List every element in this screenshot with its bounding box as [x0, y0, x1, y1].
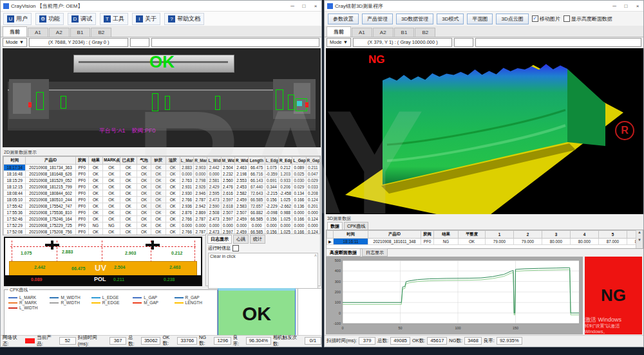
table-cell: OK — [88, 197, 102, 203]
mode-aux-box — [130, 38, 149, 47]
measure-value: 0.211 — [113, 277, 124, 282]
table-cell: 0.000 — [306, 223, 319, 229]
menu-item-about[interactable]: i关于 — [132, 13, 160, 25]
mode-dropdown[interactable]: Mode ▼ — [327, 38, 351, 47]
runtime-info-checkbox[interactable] — [232, 245, 239, 251]
table-row[interactable]: ▶18:16:1120210908_181611_348PF0NGOK79.00… — [327, 239, 637, 245]
log-tab-0[interactable]: 日志显示 — [207, 235, 232, 244]
roi-rect — [152, 93, 158, 111]
table-scrollbar[interactable]: ▲▼ — [636, 230, 643, 248]
table-cell: OK — [137, 203, 151, 210]
measure-value: 2.463 — [169, 265, 181, 269]
table-cell: 0.124 — [306, 197, 319, 203]
menu-label: 调试 — [80, 15, 92, 23]
roi-rect — [276, 89, 283, 110]
table-cell: 0.000 — [265, 223, 278, 229]
tab-B1[interactable]: B1 — [70, 28, 91, 37]
table-cell: 0.000 — [292, 223, 306, 229]
table-cell: 18:16:48 — [4, 171, 26, 178]
maximize-button[interactable]: □ — [620, 3, 632, 9]
height-map-3d-view[interactable]: NG — [326, 48, 643, 214]
maximize-button[interactable]: □ — [298, 3, 310, 9]
tab-B2[interactable]: B2 — [91, 28, 111, 37]
table-row[interactable]: 17:52:2920210908_175229_725PF0NGNGOKOKOK… — [4, 223, 320, 229]
tab-B2[interactable]: B2 — [415, 28, 435, 37]
chart-tab-0[interactable]: 高度断面数据 — [326, 248, 361, 257]
svg-text:0: 0 — [339, 311, 341, 315]
table-cell: 2.429 — [207, 184, 221, 190]
table-row[interactable]: 18:12:1520210908_181215_799PF0OKOKOKOKOK… — [4, 184, 320, 190]
chart-tab-1[interactable]: 日志显示 — [362, 248, 388, 257]
table-cell: 2.942 — [194, 203, 207, 210]
runtime-info-label: 运行时信息 — [208, 245, 231, 251]
table-cell: OK — [166, 223, 180, 229]
minimize-button[interactable]: ─ — [287, 3, 298, 9]
measure-table-2d[interactable]: 时间产品ID胶阀结果MARK点已点胶气泡缺胶溢胶L_MarkR_MarkL_Wi… — [3, 156, 321, 235]
log-output[interactable]: Clear in click ˄ — [208, 253, 318, 289]
log-tab-2[interactable]: 统计 — [250, 235, 265, 244]
table-row[interactable]: 17:55:3620210908_175536_810PF0OKOKOKOKOK… — [4, 210, 320, 216]
toolbar-checkbox-1[interactable]: 显示高度断面数据 — [564, 15, 612, 23]
chevron-down-icon: ▼ — [19, 39, 24, 45]
table-row[interactable]: 18:05:1020210908_180510_244PF0OKOKOKOKOK… — [4, 197, 320, 203]
result-overlay-ng: NG — [368, 53, 385, 66]
toolbar-button-0[interactable]: 参数设置 — [328, 14, 359, 24]
tab-A1[interactable]: A1 — [28, 28, 48, 37]
measure-table-3d[interactable]: 时间产品ID胶阀结果平整度12345678▶18:16:1120210908_1… — [326, 230, 643, 249]
table-cell: 2.553 — [235, 178, 249, 184]
tab-B1[interactable]: B1 — [394, 28, 415, 37]
table-cell: 2.936 — [180, 203, 193, 210]
legend-item-R_GAP: R_GAP — [175, 295, 214, 300]
menu-item-user[interactable]: U用户 — [3, 13, 32, 25]
table-cell: 2.798 — [194, 178, 207, 184]
table-cell: 20210908_181648_626 — [26, 171, 75, 178]
tab-A2[interactable]: A2 — [49, 28, 70, 37]
menu-item-tools[interactable]: T工具 — [100, 13, 128, 25]
table-row[interactable]: 18:08:4420210908_180844_602PF0OKOKOKOKOK… — [4, 190, 320, 197]
table-cell: OK — [137, 178, 151, 184]
status-value: 92.935% — [497, 337, 522, 345]
close-button[interactable]: × — [310, 3, 321, 9]
table-cell: 0.000 — [194, 223, 207, 229]
table-cell: 0.000 — [207, 171, 221, 178]
toolbar-button-4[interactable]: 平面图 — [467, 14, 493, 24]
inspection-image-2d[interactable]: OK 平台号:A1 胶阀:PF0 — [3, 48, 321, 147]
title-bar[interactable]: CrayVision 【当前用户: OEM】 ─ □ × — [1, 1, 321, 12]
tab-当前[interactable]: 当前 — [327, 26, 351, 37]
legend-line-icon — [175, 302, 184, 304]
toolbar-button-2[interactable]: 3D数据管理 — [396, 14, 433, 24]
table-row[interactable]: 18:15:2920210908_181529_052PF0OKOKOKOKOK… — [4, 178, 320, 184]
table-cell: OK — [120, 197, 137, 203]
menu-item-function[interactable]: ⚙功能 — [35, 13, 64, 25]
toolbar-button-1[interactable]: 产品管理 — [362, 14, 393, 24]
table-row[interactable]: 17:52:4620210908_175246_164PF0OKOKOKOKOK… — [4, 216, 320, 223]
column-header: 缺胶 — [151, 157, 166, 165]
close-button[interactable]: × — [632, 3, 643, 9]
toolbar-button-3[interactable]: 3D模式 — [437, 14, 464, 24]
menu-item-help[interactable]: ?帮助文档 — [164, 13, 204, 25]
menu-item-debug[interactable]: D调试 — [68, 13, 96, 25]
result-overlay-ok: OK — [149, 52, 175, 72]
toolbar-button-5[interactable]: 3D点云图 — [496, 14, 528, 24]
network-status-indicator — [25, 338, 35, 343]
fiducial-cross — [146, 241, 160, 250]
table-row[interactable]: 18:17:3420210908_181734_363PF0OKOKOKOKOK… — [4, 165, 320, 171]
measure-value: 2.442 — [34, 265, 46, 269]
scroll-up-icon[interactable]: ˄ — [314, 253, 317, 258]
table-cell: 0.029 — [292, 184, 306, 190]
tab-当前[interactable]: 当前 — [3, 26, 27, 37]
minimize-button[interactable]: ─ — [609, 3, 620, 9]
table-cell: 0.134 — [292, 190, 306, 197]
status-value: 33766 — [177, 337, 197, 345]
log-tab-1[interactable]: 心跳 — [233, 235, 249, 244]
tab-A1[interactable]: A1 — [352, 28, 372, 37]
table-row[interactable]: 17:55:4220210908_175542_747PF0OKOKOKOKOK… — [4, 203, 320, 210]
title-bar[interactable]: Cray镭射3D测量程序 ─ □ × — [325, 1, 643, 12]
table-cell: PF0 — [75, 171, 88, 178]
mode-dropdown[interactable]: Mode ▼ — [3, 38, 27, 47]
table-cell: 2.442 — [207, 165, 221, 171]
column-header — [327, 231, 334, 239]
toolbar-checkbox-0[interactable]: ✓移动图片 — [532, 15, 560, 23]
table-row[interactable]: 18:16:4820210908_181648_626PF0OKOKOKOKOK… — [4, 171, 320, 178]
tab-A2[interactable]: A2 — [373, 28, 393, 37]
